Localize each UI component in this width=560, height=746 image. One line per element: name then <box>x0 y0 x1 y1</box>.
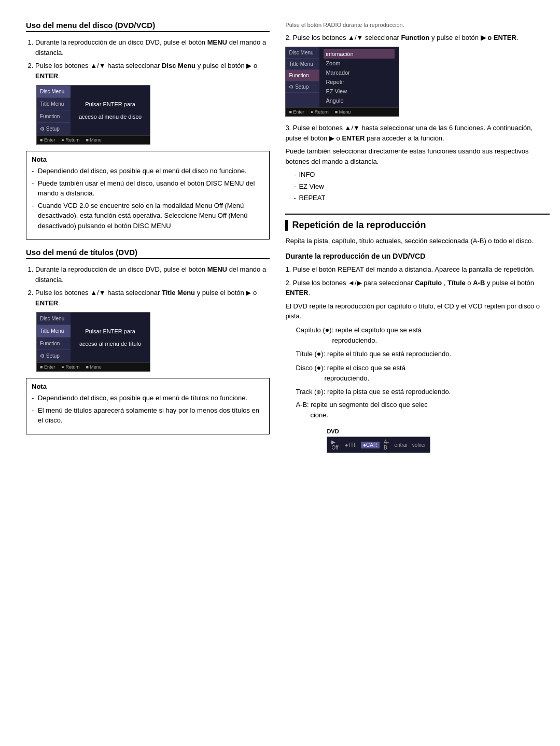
repeat-items: Capítulo (●): repite el capítulo que se … <box>285 325 550 420</box>
func-item-zoom: Zoom <box>324 59 395 68</box>
title-menu-main-content: Pulsar ENTER para acceso al menu de títu… <box>71 313 150 362</box>
repeat-step1: 1. Pulse el botón REPEAT del mando a dis… <box>285 264 550 275</box>
title-sidebar-disc: Disc Menu <box>37 313 71 325</box>
menu-sidebar-title: Title Menu <box>37 98 71 110</box>
title-menu-screenshot: Disc Menu Title Menu Function ⚙ Setup Pu… <box>36 312 150 372</box>
repeat-capitulo: Capítulo (●): repite el capítulo que se … <box>296 325 550 346</box>
disc-step1: Durante la reproducción de un disco DVD,… <box>35 37 270 58</box>
right-step3: 3. Pulse el botones ▲/▼ hasta selecciona… <box>285 123 550 143</box>
repeat-track: Track (⊛): repite la pista que se está r… <box>296 387 550 397</box>
func-sidebar-disc: Disc Menu <box>286 47 319 59</box>
func-item-info: infomación <box>324 49 395 59</box>
title-sidebar-title: Title Menu <box>37 325 71 337</box>
step3-list: INFO EZ View REPEAT <box>285 170 550 203</box>
nota2-item-1: Dependiendo del disco, es posible que el… <box>32 393 264 403</box>
repeat-titulo: Títule (●): repite el título que se está… <box>296 348 550 359</box>
dvd-vcd-title: Durante la reproducción de un DVD/VCD <box>285 252 550 260</box>
step3-ezview: EZ View <box>293 181 550 192</box>
right-step2: 2. Pulse los botones ▲/▼ seleccionar Fun… <box>285 33 550 43</box>
nota-title-2: Nota <box>32 383 264 390</box>
function-footer: ■ Enter ● Return ■ Menu <box>286 107 399 116</box>
left-column: Uso del menu del disco (DVD/VCD) Durante… <box>26 21 270 453</box>
menu-footer: ■ Enter ● Return ■ Menu <box>37 135 150 144</box>
right-column: Pulse el botón RADIO durante la reproduc… <box>285 21 550 453</box>
disc-menu-title: Uso del menu del disco (DVD/VCD) <box>26 21 270 32</box>
menu-sidebar-function: Function <box>37 110 71 123</box>
repeat-title: Repetición de la reproducción <box>285 220 550 231</box>
section-repeat: Repetición de la reproducción Repita la … <box>285 220 550 454</box>
func-item-ezview: EZ View <box>324 87 395 96</box>
menu-main-content: Pulsar ENTER para acceso al menu de disc… <box>71 86 150 135</box>
dvd-vcd-subsection: Durante la reproducción de un DVD/VCD 1.… <box>285 252 550 453</box>
menu-sidebar-setup: ⚙ Setup <box>37 123 71 135</box>
repeat-ab: A-B: repite un segmento del disco que se… <box>296 400 550 420</box>
function-content: infomación Zoom Marcador Repetir EZ View… <box>319 47 399 107</box>
nota-list-2: Dependiendo del disco, es posible que el… <box>32 393 264 426</box>
dvd-label: DVD <box>327 428 550 434</box>
nota-box-2: Nota Dependiendo del disco, es posible q… <box>26 378 270 434</box>
func-sidebar-setup: ⚙ Setup <box>286 81 319 93</box>
nota-box-1: Nota Dependiendo del disco, es posible q… <box>26 151 270 240</box>
nota-item-2: Puede también usar el menú del disco, us… <box>32 178 264 199</box>
nota-item-1: Dependiendo del disco, es posible que el… <box>32 166 264 176</box>
func-sidebar-function: Function <box>286 70 319 81</box>
repeat-step2: 2. Pulse los botones ◄/▶ para selecciona… <box>285 278 550 298</box>
disc-menu-screenshot: Disc Menu Title Menu Function ⚙ Setup Pu… <box>36 85 150 145</box>
title-step2: Pulse los botones ▲/▼ hasta seleccionar … <box>35 288 270 308</box>
func-item-angulo: Ángulo <box>324 96 395 105</box>
dvd-bar: ▶ Off ●TÍT. ●CAP. A-B entrar volver <box>327 437 430 453</box>
section-disc-menu: Uso del menu del disco (DVD/VCD) Durante… <box>26 21 270 145</box>
function-menu-screenshot: Disc Menu Title Menu Function ⚙ Setup in… <box>285 47 399 117</box>
title-sidebar-setup: ⚙ Setup <box>37 350 71 362</box>
menu-sidebar-disc: Disc Menu <box>37 86 71 98</box>
top-note: Pulse el botón RADIO durante la reproduc… <box>285 21 550 30</box>
title-menu-title: Uso del menú de títulos (DVD) <box>26 248 270 259</box>
func-item-marcador: Marcador <box>324 68 395 77</box>
func-item-repetir: Repetir <box>324 77 395 87</box>
title-menu-footer: ■ Enter ● Return ■ Menu <box>37 362 150 371</box>
nota-item-3: Cuando VCD 2.0 se encuentre solo en la m… <box>32 201 264 231</box>
right-step3-note: Puede también seleccionar directamente e… <box>285 146 550 166</box>
title-menu-sidebar: Disc Menu Title Menu Function ⚙ Setup <box>37 313 71 362</box>
dvd-display-area: DVD ▶ Off ●TÍT. ●CAP. A-B entrar volver <box>327 428 550 453</box>
step3-repeat: REPEAT <box>293 193 550 203</box>
title-step1: Durante la reproducción de un disco DVD,… <box>35 264 270 285</box>
step3-info: INFO <box>293 170 550 180</box>
repeat-step2-note: El DVD repite la reproducción por capítu… <box>285 301 550 321</box>
repeat-disco: Disco (●): repite el disco que se está r… <box>296 362 550 384</box>
nota-title-1: Nota <box>32 156 264 163</box>
title-sidebar-function: Function <box>37 337 71 350</box>
section-title-menu: Uso del menú de títulos (DVD) Durante la… <box>26 248 270 372</box>
repeat-intro: Repita la pista, capítulo, título actual… <box>285 236 550 246</box>
disc-step2: Pulse los botones ▲/▼ hasta seleccionar … <box>35 61 270 81</box>
nota2-item-2: El menú de títulos aparecerá solamente s… <box>32 405 264 426</box>
func-sidebar-title: Title Menu <box>286 59 319 70</box>
nota-list-1: Dependiendo del disco, es posible que el… <box>32 166 264 231</box>
function-sidebar: Disc Menu Title Menu Function ⚙ Setup <box>286 47 319 107</box>
menu-sidebar: Disc Menu Title Menu Function ⚙ Setup <box>37 86 71 135</box>
